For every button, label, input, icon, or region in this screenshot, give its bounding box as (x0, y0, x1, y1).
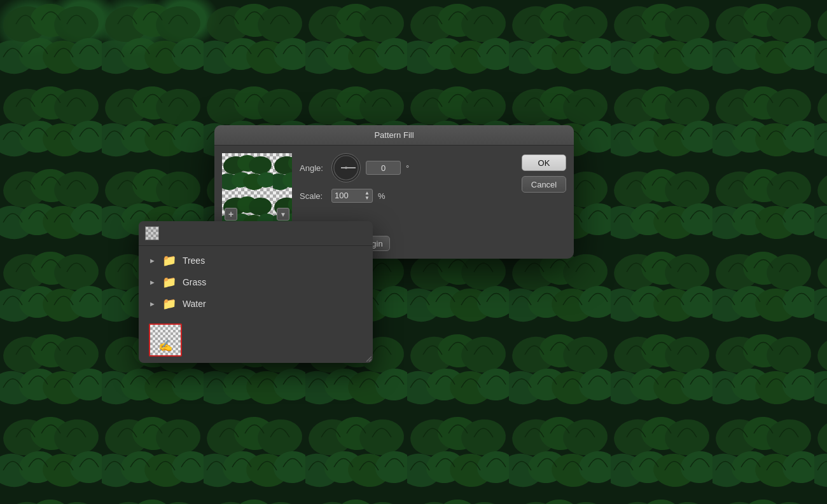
folder-name-trees: Trees (183, 255, 205, 266)
resize-handle-icon[interactable] (363, 353, 373, 363)
chevron-right-icon-water: ► (149, 300, 156, 308)
folder-name-water: Water (183, 299, 206, 309)
resize-icon (364, 354, 372, 362)
folder-icon-water: 📁 (162, 297, 176, 311)
dialog-body: ▼ + Angle: 0 ° (214, 146, 574, 231)
picker-checker-icon (145, 226, 159, 240)
scale-label: Scale: (300, 191, 326, 201)
angle-value-text: 0 (381, 163, 386, 173)
folder-item-grass[interactable]: ► 📁 Grass (139, 271, 373, 293)
folder-name-grass: Grass (183, 277, 206, 287)
scale-row: Scale: 100 ▲▼ % (300, 189, 514, 203)
chevron-right-icon-grass: ► (149, 278, 156, 286)
pattern-picker-panel: ► 📁 Trees ► 📁 Grass ► 📁 Water ✍ (139, 221, 373, 363)
scale-arrows-icon: ▲▼ (365, 191, 370, 201)
angle-value-field[interactable]: 0 (366, 161, 401, 175)
dialog-controls: Angle: 0 ° Scale: 100 ▲▼ (300, 153, 514, 223)
pattern-preview: ▼ + (222, 153, 292, 223)
degree-symbol: ° (406, 163, 409, 173)
dialog-title: Pattern Fill (214, 125, 574, 146)
selected-thumbnail[interactable]: ✍ (149, 324, 182, 357)
svg-point-2 (345, 167, 347, 169)
dialog-title-text: Pattern Fill (374, 130, 414, 140)
folder-icon-trees: 📁 (162, 254, 176, 268)
folder-icon-grass: 📁 (162, 275, 176, 289)
folder-item-trees[interactable]: ► 📁 Trees (139, 250, 373, 271)
scale-value-field[interactable]: 100 ▲▼ (331, 189, 373, 203)
cancel-button[interactable]: Cancel (522, 176, 566, 193)
dialog-buttons: OK Cancel (522, 153, 566, 223)
preview-dropdown-button[interactable]: ▼ (277, 208, 289, 221)
cursor-hand-icon: ✍ (158, 339, 172, 353)
ok-button[interactable]: OK (522, 154, 566, 171)
percent-symbol: % (378, 191, 386, 201)
chevron-right-icon: ► (149, 257, 156, 264)
angle-row: Angle: 0 ° (300, 153, 514, 182)
new-pattern-button[interactable]: + (225, 208, 237, 221)
svg-line-4 (369, 359, 372, 362)
picker-header (139, 221, 373, 246)
folder-list: ► 📁 Trees ► 📁 Grass ► 📁 Water (139, 246, 373, 318)
angle-label: Angle: (300, 163, 326, 173)
angle-dial-icon (332, 153, 360, 182)
svg-line-3 (366, 357, 372, 362)
folder-item-water[interactable]: ► 📁 Water (139, 293, 373, 315)
scale-value-text: 100 (335, 189, 349, 203)
angle-slider[interactable] (331, 153, 361, 182)
